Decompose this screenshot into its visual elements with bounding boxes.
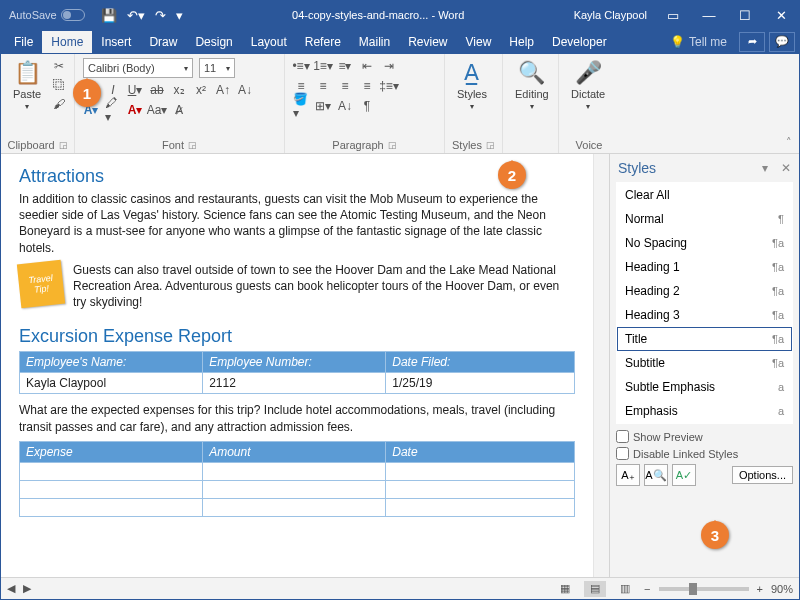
shading-icon[interactable]: 🪣▾ [293,98,309,114]
document-area[interactable]: Attractions In addition to classic casin… [1,154,593,577]
font-launcher-icon[interactable]: ◲ [188,140,197,150]
group-voice: 🎤 Dictate▾ Voice [559,54,619,153]
close-icon[interactable]: ✕ [763,1,799,29]
callout-1: 1 [73,79,101,107]
highlight-icon[interactable]: 🖍▾ [105,102,121,118]
style-inspector-button[interactable]: A🔍 [644,464,668,486]
minimize-icon[interactable]: — [691,1,727,29]
numbering-icon[interactable]: 1≡▾ [315,58,331,74]
tab-review[interactable]: Review [399,31,456,53]
strikethrough-icon[interactable]: ab [149,82,165,98]
tab-home[interactable]: Home [42,31,92,53]
styles-launcher-icon[interactable]: ◲ [486,140,495,150]
copy-icon[interactable]: ⿻ [51,77,67,93]
tab-insert[interactable]: Insert [92,31,140,53]
tab-file[interactable]: File [5,31,42,53]
employee-table: Employee's Name: Employee Number: Date F… [19,351,575,394]
collapse-ribbon-icon[interactable]: ˄ [779,54,799,153]
tab-layout[interactable]: Layout [242,31,296,53]
styles-gallery-button[interactable]: A̲ Styles▾ [453,58,491,113]
cut-icon[interactable]: ✂ [51,58,67,74]
font-name-combo[interactable]: Calibri (Body)▾ [83,58,193,78]
redo-icon[interactable]: ↷ [155,8,166,23]
tab-developer[interactable]: Developer [543,31,616,53]
tell-me-search[interactable]: 💡 Tell me [670,35,727,49]
style-title[interactable]: Title¶a [617,327,792,351]
line-spacing-icon[interactable]: ‡≡▾ [381,78,397,94]
style-heading-3[interactable]: Heading 3¶a [617,303,792,327]
heading-expense: Excursion Expense Report [19,326,575,347]
comments-button[interactable]: 💬 [769,32,795,52]
print-layout-icon[interactable]: ▤ [584,581,606,597]
pane-close-icon[interactable]: ✕ [781,161,791,175]
styles-list: Clear All Normal¶ No Spacing¶a Heading 1… [616,182,793,424]
zoom-level[interactable]: 90% [771,583,793,595]
ribbon-display-icon[interactable]: ▭ [655,1,691,29]
show-marks-icon[interactable]: ¶ [359,98,375,114]
clear-formatting-icon[interactable]: A̷ [171,102,187,118]
bullets-icon[interactable]: •≡▾ [293,58,309,74]
show-preview-checkbox[interactable]: Show Preview [616,430,793,443]
format-painter-icon[interactable]: 🖌 [51,96,67,112]
decrease-indent-icon[interactable]: ⇤ [359,58,375,74]
multilevel-icon[interactable]: ≡▾ [337,58,353,74]
status-right-icon[interactable]: ▶ [23,582,31,595]
manage-styles-button[interactable]: A✓ [672,464,696,486]
style-no-spacing[interactable]: No Spacing¶a [617,231,792,255]
style-heading-1[interactable]: Heading 1¶a [617,255,792,279]
underline-icon[interactable]: U▾ [127,82,143,98]
share-button[interactable]: ➦ [739,32,765,52]
paragraph-launcher-icon[interactable]: ◲ [388,140,397,150]
lightbulb-icon: 💡 [670,35,685,49]
new-style-button[interactable]: A₊ [616,464,640,486]
style-subtitle[interactable]: Subtitle¶a [617,351,792,375]
justify-icon[interactable]: ≡ [359,78,375,94]
borders-icon[interactable]: ⊞▾ [315,98,331,114]
align-center-icon[interactable]: ≡ [315,78,331,94]
pane-dropdown-icon[interactable]: ▾ [762,161,768,175]
title-bar: AutoSave 💾 ↶▾ ↷ ▾ 04-copy-styles-and-mac… [1,1,799,29]
user-name[interactable]: Kayla Claypool [566,9,655,21]
undo-icon[interactable]: ↶▾ [127,8,145,23]
font-color-icon[interactable]: A▾ [127,102,143,118]
style-emphasis[interactable]: Emphasisa [617,399,792,423]
zoom-slider[interactable] [659,587,749,591]
read-mode-icon[interactable]: ▦ [554,581,576,597]
shrink-font-icon[interactable]: A↓ [237,82,253,98]
qat-customize-icon[interactable]: ▾ [176,8,183,23]
align-right-icon[interactable]: ≡ [337,78,353,94]
status-left-icon[interactable]: ◀ [7,582,15,595]
group-styles: A̲ Styles▾ Styles◲ [445,54,503,153]
superscript-icon[interactable]: x² [193,82,209,98]
maximize-icon[interactable]: ☐ [727,1,763,29]
grow-font-icon[interactable]: A↑ [215,82,231,98]
disable-linked-checkbox[interactable]: Disable Linked Styles [616,447,793,460]
tab-draw[interactable]: Draw [140,31,186,53]
tab-help[interactable]: Help [500,31,543,53]
style-normal[interactable]: Normal¶ [617,207,792,231]
paste-button[interactable]: 📋 Paste▾ [9,58,45,113]
tab-view[interactable]: View [457,31,501,53]
autosave-switch-icon[interactable] [61,9,85,21]
subscript-icon[interactable]: x₂ [171,82,187,98]
zoom-in-icon[interactable]: + [757,583,763,595]
dictate-button[interactable]: 🎤 Dictate▾ [567,58,609,113]
tab-mailings[interactable]: Mailin [350,31,399,53]
change-case-icon[interactable]: Aa▾ [149,102,165,118]
zoom-out-icon[interactable]: − [644,583,650,595]
sort-icon[interactable]: A↓ [337,98,353,114]
editing-button[interactable]: 🔍 Editing▾ [511,58,553,113]
save-icon[interactable]: 💾 [101,8,117,23]
increase-indent-icon[interactable]: ⇥ [381,58,397,74]
vertical-scrollbar[interactable] [593,154,609,577]
style-heading-2[interactable]: Heading 2¶a [617,279,792,303]
web-layout-icon[interactable]: ▥ [614,581,636,597]
font-size-combo[interactable]: 11▾ [199,58,235,78]
tab-design[interactable]: Design [186,31,241,53]
style-subtle-emphasis[interactable]: Subtle Emphasisa [617,375,792,399]
autosave-toggle[interactable]: AutoSave [1,9,93,21]
tab-references[interactable]: Refere [296,31,350,53]
clipboard-launcher-icon[interactable]: ◲ [59,140,68,150]
style-clear-all[interactable]: Clear All [617,183,792,207]
styles-options-button[interactable]: Options... [732,466,793,484]
